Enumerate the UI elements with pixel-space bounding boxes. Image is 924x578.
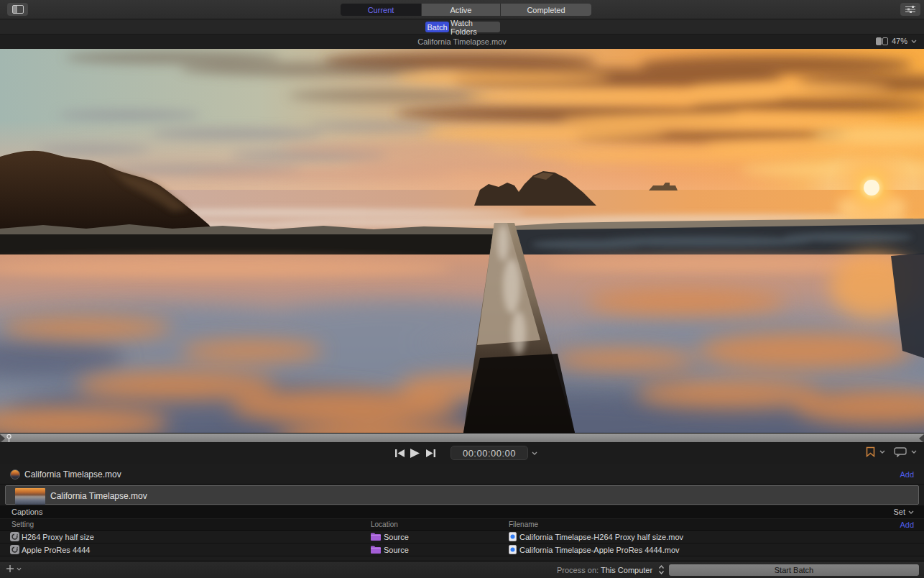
tab-row: Batch Watch Folders bbox=[0, 19, 924, 35]
preview-title: California Timelapse.mov bbox=[0, 37, 924, 46]
plus-icon bbox=[6, 564, 14, 573]
segment-current[interactable]: Current bbox=[341, 4, 422, 16]
output-row[interactable]: Apple ProRes 4444 Source California Time… bbox=[0, 543, 924, 556]
process-on-label: Process on: bbox=[557, 566, 599, 574]
media-row: California Timelapse.mov bbox=[0, 485, 924, 505]
captions-set-dropdown[interactable]: Set bbox=[893, 508, 914, 516]
setting-icon bbox=[10, 532, 19, 541]
output-filename: California Timelapse-Apple ProRes 4444.m… bbox=[519, 546, 680, 554]
media-thumbnail bbox=[15, 488, 45, 505]
output-row[interactable]: H264 Proxy half size Source California T… bbox=[0, 531, 924, 543]
next-frame-button[interactable] bbox=[423, 446, 438, 459]
previous-frame-button[interactable] bbox=[392, 446, 407, 459]
output-setting: Apple ProRes 4444 bbox=[22, 546, 90, 554]
job-add-button[interactable]: Add bbox=[900, 470, 914, 479]
captions-set-label: Set bbox=[893, 508, 905, 516]
movie-document-icon bbox=[509, 545, 517, 554]
set-chevron-down-icon bbox=[908, 510, 914, 514]
media-title: California Timelapse.mov bbox=[50, 491, 147, 501]
start-batch-button[interactable]: Start Batch bbox=[669, 564, 919, 576]
view-segmented-control: Current Active Completed bbox=[341, 4, 591, 16]
column-header-location: Location bbox=[371, 520, 398, 528]
output-add-button[interactable]: Add bbox=[900, 520, 914, 529]
timecode-display[interactable]: 00:00:00:00 bbox=[451, 446, 528, 460]
captions-row: Captions Set bbox=[0, 505, 924, 519]
folder-icon bbox=[371, 533, 381, 541]
output-location: Source bbox=[384, 533, 409, 541]
chevron-down-icon bbox=[911, 40, 917, 43]
toolbar: Current Active Completed bbox=[0, 0, 924, 19]
movie-file-icon bbox=[10, 469, 20, 480]
preview-image bbox=[0, 49, 924, 433]
compare-view-icon bbox=[876, 37, 888, 45]
marker-controls bbox=[866, 446, 917, 457]
zoom-level-value: 47% bbox=[892, 37, 907, 45]
inspector-toggle-button[interactable] bbox=[900, 3, 920, 16]
marker-chevron-down-icon[interactable] bbox=[879, 450, 885, 454]
skip-forward-icon bbox=[426, 449, 435, 457]
playhead-pin-icon[interactable] bbox=[6, 434, 11, 442]
segment-active[interactable]: Active bbox=[422, 4, 501, 16]
footer-bar: Process on: This Computer Start Batch bbox=[0, 561, 924, 578]
caption-chevron-down-icon[interactable] bbox=[911, 450, 917, 454]
inspector-sliders-icon bbox=[905, 5, 915, 14]
add-chevron-down-icon bbox=[17, 567, 22, 571]
timeline-scrubber[interactable] bbox=[0, 433, 924, 442]
add-job-menu[interactable] bbox=[6, 564, 22, 573]
output-location: Source bbox=[384, 546, 409, 554]
sidebar-toggle-icon bbox=[12, 5, 24, 14]
process-on-value[interactable]: This Computer bbox=[601, 566, 652, 574]
column-header-setting: Setting bbox=[11, 520, 34, 528]
selected-media-item[interactable]: California Timelapse.mov bbox=[5, 485, 919, 505]
play-icon bbox=[410, 449, 420, 458]
folder-icon bbox=[371, 546, 381, 554]
captions-label: Captions bbox=[11, 508, 42, 516]
outputs-header-row: Setting Location Filename Add bbox=[0, 519, 924, 531]
column-header-filename: Filename bbox=[509, 520, 538, 528]
transport-bar: 00:00:00:00 bbox=[0, 442, 924, 464]
output-setting: H264 Proxy half size bbox=[22, 533, 94, 541]
batch-job-row[interactable]: California Timelapse.mov Add bbox=[0, 464, 924, 485]
preview-viewport[interactable] bbox=[0, 49, 924, 433]
output-filename: California Timelapse-H264 Proxy half siz… bbox=[519, 533, 683, 541]
setting-icon bbox=[10, 545, 19, 554]
preview-title-row: California Timelapse.mov 47% bbox=[0, 35, 924, 49]
movie-document-icon bbox=[509, 532, 517, 541]
segment-completed[interactable]: Completed bbox=[501, 4, 591, 16]
sidebar-toggle-button[interactable] bbox=[7, 3, 28, 16]
job-title: California Timelapse.mov bbox=[24, 469, 121, 480]
timecode-chevron-down-icon[interactable] bbox=[532, 451, 537, 455]
tab-batch[interactable]: Batch bbox=[425, 22, 449, 32]
caption-bubble-icon[interactable] bbox=[894, 447, 907, 457]
compressor-window: Current Active Completed Batch Watch Fol… bbox=[0, 0, 924, 578]
skip-back-icon bbox=[395, 449, 405, 457]
bookmark-marker-icon[interactable] bbox=[866, 446, 875, 457]
stepper-up-down-icon[interactable] bbox=[658, 564, 665, 575]
zoom-control[interactable]: 47% bbox=[876, 37, 917, 45]
tab-watch-folders[interactable]: Watch Folders bbox=[451, 22, 500, 32]
play-button[interactable] bbox=[407, 446, 422, 459]
